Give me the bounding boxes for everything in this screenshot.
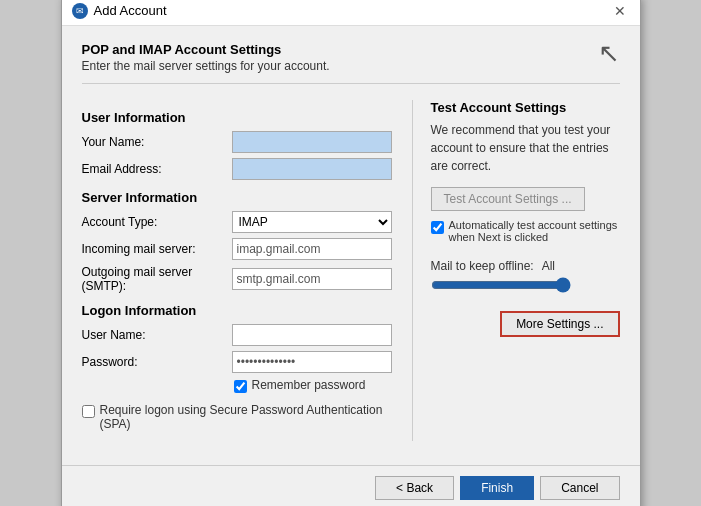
- add-account-window: ✉ Add Account ✕ POP and IMAP Account Set…: [61, 0, 641, 506]
- username-input[interactable]: [232, 324, 392, 346]
- remember-password-row[interactable]: Remember password: [234, 378, 392, 393]
- header-text: POP and IMAP Account Settings Enter the …: [82, 42, 330, 73]
- username-label: User Name:: [82, 328, 232, 342]
- password-label: Password:: [82, 355, 232, 369]
- spa-checkbox[interactable]: [82, 405, 95, 418]
- spa-row[interactable]: Require logon using Secure Password Auth…: [82, 403, 392, 431]
- right-description: We recommend that you test your account …: [431, 121, 620, 175]
- window-title: Add Account: [94, 3, 167, 18]
- header-subtitle: Enter the mail server settings for your …: [82, 59, 330, 73]
- account-type-row: Account Type: IMAP: [82, 211, 392, 233]
- left-column: User Information Your Name: Email Addres…: [82, 100, 392, 441]
- email-address-row: Email Address:: [82, 158, 392, 180]
- right-column: Test Account Settings We recommend that …: [412, 100, 620, 441]
- cursor-icon: ↖: [598, 38, 620, 69]
- server-info-label: Server Information: [82, 190, 392, 205]
- remember-password-checkbox[interactable]: [234, 380, 247, 393]
- user-info-label: User Information: [82, 110, 392, 125]
- offline-slider[interactable]: [431, 277, 571, 293]
- auto-test-checkbox[interactable]: [431, 221, 444, 234]
- spa-label: Require logon using Secure Password Auth…: [100, 403, 392, 431]
- incoming-mail-row: Incoming mail server:: [82, 238, 392, 260]
- right-title: Test Account Settings: [431, 100, 620, 115]
- password-row: Password:: [82, 351, 392, 373]
- account-type-label: Account Type:: [82, 215, 232, 229]
- close-button[interactable]: ✕: [610, 3, 630, 19]
- more-settings-button[interactable]: More Settings ...: [500, 311, 619, 337]
- outgoing-mail-row: Outgoing mail server (SMTP):: [82, 265, 392, 293]
- account-type-select[interactable]: IMAP: [232, 211, 392, 233]
- incoming-mail-label: Incoming mail server:: [82, 242, 232, 256]
- your-name-row: Your Name:: [82, 131, 392, 153]
- email-address-input[interactable]: [232, 158, 392, 180]
- cancel-button[interactable]: Cancel: [540, 476, 619, 500]
- password-input[interactable]: [232, 351, 392, 373]
- mail-offline-value: All: [542, 259, 555, 273]
- header-title: POP and IMAP Account Settings: [82, 42, 330, 57]
- username-row: User Name:: [82, 324, 392, 346]
- incoming-mail-input[interactable]: [232, 238, 392, 260]
- remember-password-label: Remember password: [252, 378, 366, 392]
- bottom-bar: < Back Finish Cancel: [62, 465, 640, 507]
- auto-test-label: Automatically test account settings when…: [449, 219, 620, 243]
- main-content: POP and IMAP Account Settings Enter the …: [62, 26, 640, 457]
- section-header: POP and IMAP Account Settings Enter the …: [82, 42, 620, 84]
- mail-offline-label: Mail to keep offline:: [431, 259, 534, 273]
- your-name-input[interactable]: [232, 131, 392, 153]
- mail-offline-row: Mail to keep offline: All: [431, 259, 620, 273]
- auto-test-row: Automatically test account settings when…: [431, 219, 620, 243]
- your-name-label: Your Name:: [82, 135, 232, 149]
- logon-info-label: Logon Information: [82, 303, 392, 318]
- two-column-layout: User Information Your Name: Email Addres…: [82, 100, 620, 441]
- back-button[interactable]: < Back: [375, 476, 454, 500]
- title-bar-left: ✉ Add Account: [72, 3, 167, 19]
- outgoing-mail-input[interactable]: [232, 268, 392, 290]
- test-account-settings-button[interactable]: Test Account Settings ...: [431, 187, 585, 211]
- outgoing-mail-label: Outgoing mail server (SMTP):: [82, 265, 232, 293]
- slider-row: [431, 277, 620, 293]
- window-icon: ✉: [72, 3, 88, 19]
- email-address-label: Email Address:: [82, 162, 232, 176]
- title-bar: ✉ Add Account ✕: [62, 0, 640, 26]
- finish-button[interactable]: Finish: [460, 476, 534, 500]
